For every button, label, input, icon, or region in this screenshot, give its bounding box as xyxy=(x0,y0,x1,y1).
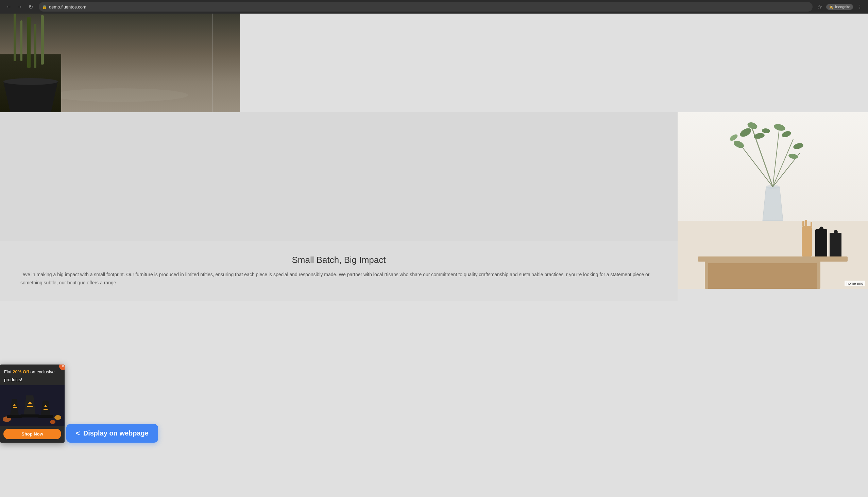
shelf-area xyxy=(678,221,868,289)
section-title: Small Batch, Big Impact xyxy=(20,255,657,265)
svg-point-8 xyxy=(3,78,58,85)
lock-icon: 🔒 xyxy=(42,5,47,9)
nav-buttons: ← → ↻ xyxy=(4,2,36,12)
bottle-1 xyxy=(815,229,827,256)
ad-popup: × Flat 20% Off on exclusive products! xyxy=(0,365,65,443)
svg-rect-35 xyxy=(20,414,39,417)
display-button-label: Display on webpage xyxy=(83,429,149,437)
right-image-panel: home-img xyxy=(678,112,868,289)
forward-button[interactable]: → xyxy=(15,2,25,12)
incognito-badge: 🕵 Incognito xyxy=(826,4,853,10)
svg-rect-3 xyxy=(14,14,16,61)
browser-chrome: ← → ↻ 🔒 demo.fluentos.com ☆ 🕵 Incognito … xyxy=(0,0,868,14)
svg-rect-6 xyxy=(34,24,36,68)
ad-image-svg xyxy=(0,385,65,426)
hero-image xyxy=(0,14,240,112)
ad-shop-button[interactable]: Shop Now xyxy=(3,429,61,439)
finger-4 xyxy=(811,222,812,227)
display-on-webpage-button[interactable]: < Display on webpage xyxy=(66,424,158,443)
home-img-label-container: home-img xyxy=(844,280,865,286)
ad-discount-text: 20% Off xyxy=(13,369,29,374)
svg-rect-5 xyxy=(27,17,31,68)
url-text: demo.fluentos.com xyxy=(49,4,86,10)
finger-1 xyxy=(802,221,804,227)
back-button[interactable]: ← xyxy=(4,2,14,12)
svg-point-29 xyxy=(54,415,61,420)
address-bar[interactable]: 🔒 demo.fluentos.com xyxy=(39,2,813,12)
shelf-box xyxy=(705,260,821,289)
svg-rect-32 xyxy=(7,415,22,418)
button-arrow-icon: < xyxy=(76,429,80,437)
bottle-cap-1 xyxy=(819,227,824,231)
bottle-cap-2 xyxy=(833,230,838,234)
ad-flat-text: Flat 20% Off on exclusive products! xyxy=(4,369,55,382)
browser-actions: ☆ 🕵 Incognito ⋮ xyxy=(816,2,864,12)
ad-flat-label: Flat xyxy=(4,369,13,374)
svg-rect-34 xyxy=(13,407,17,408)
svg-rect-37 xyxy=(27,406,33,407)
menu-button[interactable]: ⋮ xyxy=(856,2,864,12)
hero-image-section xyxy=(0,14,868,112)
svg-rect-4 xyxy=(20,20,23,61)
shelf-interior xyxy=(708,263,817,289)
floor-svg xyxy=(0,14,240,112)
svg-rect-40 xyxy=(43,409,47,410)
bookmark-button[interactable]: ☆ xyxy=(816,2,824,12)
display-button-container: < Display on webpage xyxy=(66,424,158,443)
content-section: Small Batch, Big Impact lieve in making … xyxy=(0,241,678,301)
finger-2 xyxy=(805,220,807,227)
svg-rect-38 xyxy=(38,415,53,418)
svg-point-30 xyxy=(50,420,55,424)
incognito-icon: 🕵 xyxy=(829,5,833,9)
svg-point-1 xyxy=(52,88,188,102)
svg-rect-7 xyxy=(41,15,44,65)
refresh-button[interactable]: ↻ xyxy=(26,2,36,12)
ad-header: Flat 20% Off on exclusive products! xyxy=(0,365,65,385)
hand-sculpture xyxy=(802,226,812,256)
incognito-label: Incognito xyxy=(835,5,850,9)
page-layout: home-img Small Batch, Big Impact lieve i… xyxy=(0,14,868,320)
home-img-label: home-img xyxy=(844,281,865,286)
section-text: lieve in making a big impact with a smal… xyxy=(20,271,657,287)
ad-product-image xyxy=(0,385,65,426)
bottle-2 xyxy=(830,233,841,256)
